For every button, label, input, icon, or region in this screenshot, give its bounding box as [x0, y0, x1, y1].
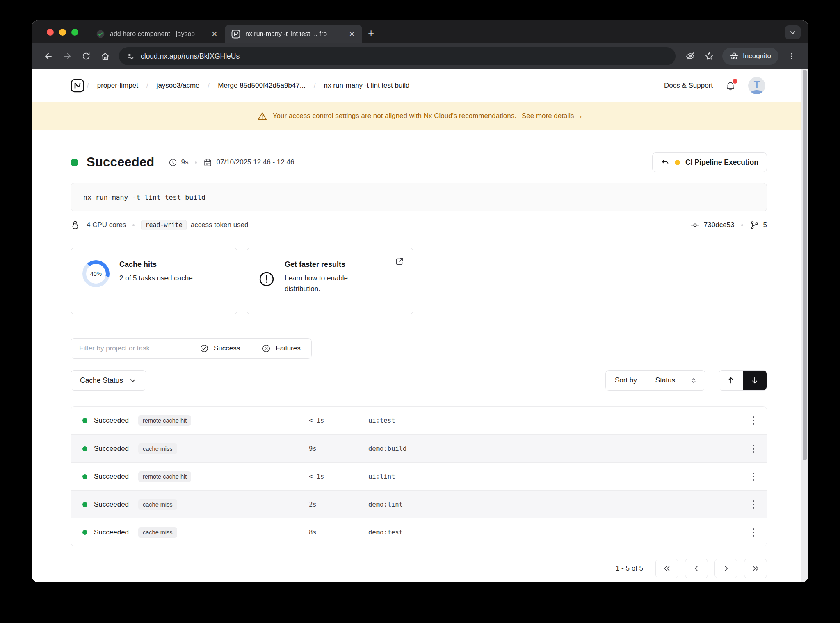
scrollbar-thumb[interactable]	[803, 70, 807, 460]
bookmark-star-icon[interactable]	[701, 48, 717, 64]
row-menu-icon[interactable]	[753, 473, 754, 481]
row-duration: 8s	[309, 529, 368, 536]
avatar[interactable]: T	[748, 77, 765, 94]
filter-failures-button[interactable]: Failures	[251, 339, 311, 358]
sort-select[interactable]: Sort by Status	[605, 370, 705, 391]
forward-icon[interactable]	[59, 48, 75, 64]
row-status-label: Succeeded	[94, 416, 132, 425]
row-task-name[interactable]: demo:build	[368, 445, 740, 452]
tab-list-chevron-button[interactable]	[785, 25, 801, 39]
breadcrumb-separator: /	[146, 82, 148, 90]
new-tab-button[interactable]: +	[368, 27, 374, 39]
screenshot: add hero component · jaysoo ✕ nx run-man…	[0, 0, 840, 623]
table-row[interactable]: Succeeded remote cache hit < 1s ui:test	[71, 407, 767, 434]
address-bar[interactable]: cloud.nx.app/runs/BkIXGHleUs	[119, 47, 676, 65]
external-link-icon[interactable]	[395, 257, 404, 266]
cache-donut: 40%	[82, 260, 110, 287]
close-icon[interactable]: ✕	[210, 30, 219, 39]
browser-toolbar: cloud.nx.app/runs/BkIXGHleUs Incognito	[32, 43, 808, 69]
breadcrumb-repo[interactable]: jaysoo3/acme	[157, 82, 200, 90]
banner-details-link[interactable]: See more details →	[522, 112, 583, 120]
row-menu-icon[interactable]	[753, 445, 754, 453]
run-meta: 9s 07/10/2025 12:46 - 12:46	[169, 158, 294, 167]
site-settings-icon[interactable]	[126, 52, 135, 61]
nx-cloud-logo-icon[interactable]	[71, 79, 84, 93]
cache-percent: 40%	[86, 264, 106, 284]
run-duration: 9s	[181, 158, 189, 166]
row-task-name[interactable]: ui:lint	[368, 473, 740, 480]
row-task-name[interactable]: demo:test	[368, 529, 740, 536]
filter-input[interactable]	[71, 339, 189, 358]
docs-support-link[interactable]: Docs & Support	[664, 82, 713, 90]
row-menu-icon[interactable]	[753, 500, 754, 509]
page-content: / proper-limpet / jaysoo3/acme / Merge 8…	[32, 69, 808, 582]
row-menu-icon[interactable]	[753, 528, 754, 537]
last-page-button[interactable]	[744, 559, 767, 578]
breadcrumb-commit[interactable]: Merge 85d500f42d5a9b47...	[218, 82, 306, 90]
run-details: Succeeded 9s 07/10/2025 12:46 - 12:46	[32, 152, 808, 578]
row-task-name[interactable]: ui:test	[368, 417, 740, 424]
close-icon[interactable]: ✕	[347, 30, 356, 39]
linux-penguin-icon	[71, 221, 80, 230]
commit-branch-info: 730dce53 5	[690, 221, 767, 230]
next-page-button[interactable]	[714, 559, 737, 578]
row-status-label: Succeeded	[94, 445, 132, 453]
tab-pull-request[interactable]: add hero component · jaysoo ✕	[89, 25, 225, 43]
table-row[interactable]: Succeeded cache miss 8s demo:test	[71, 518, 767, 546]
breadcrumb-run[interactable]: nx run-many -t lint test build	[324, 82, 410, 90]
row-task-name[interactable]: demo:lint	[368, 501, 740, 508]
notification-dot	[733, 79, 737, 84]
faster-card-title: Get faster results	[285, 260, 379, 269]
browser-menu-icon[interactable]	[783, 48, 800, 64]
incognito-badge: Incognito	[722, 48, 778, 65]
previous-page-button[interactable]	[685, 559, 708, 578]
browser-tab-bar: add hero component · jaysoo ✕ nx run-man…	[32, 20, 808, 43]
filter-group: Success Failures	[71, 338, 312, 359]
table-row[interactable]: Succeeded remote cache hit < 1s ui:lint	[71, 462, 767, 490]
faster-results-card[interactable]: Get faster results Learn how to enable d…	[247, 248, 413, 314]
table-row[interactable]: Succeeded cache miss 9s demo:build	[71, 434, 767, 462]
access-token-badge: read-write	[141, 220, 186, 230]
avatar-body-shape	[749, 90, 764, 94]
calendar-icon	[203, 158, 212, 167]
back-icon[interactable]	[40, 48, 57, 64]
pagination-label: 1 - 5 of 5	[616, 564, 643, 573]
sort-value[interactable]: Status	[646, 371, 705, 390]
table-row[interactable]: Succeeded cache miss 2s demo:lint	[71, 490, 767, 518]
table-controls-row: Cache Status Sort by Status	[71, 370, 767, 391]
home-icon[interactable]	[97, 48, 113, 64]
chevron-up-down-icon	[690, 377, 698, 384]
url-text[interactable]: cloud.nx.app/runs/BkIXGHleUs	[141, 52, 240, 61]
commit-sha[interactable]: 730dce53	[704, 221, 735, 229]
close-window-button[interactable]	[47, 29, 54, 36]
notifications-bell-icon[interactable]	[725, 80, 736, 91]
breadcrumb-workspace[interactable]: proper-limpet	[97, 82, 138, 90]
ci-pipeline-execution-button[interactable]: CI Pipeline Execution	[652, 152, 767, 172]
dot-separator	[195, 161, 197, 164]
filter-success-label: Success	[214, 344, 240, 352]
first-page-button[interactable]	[655, 559, 678, 578]
pipeline-button-label: CI Pipeline Execution	[685, 158, 758, 167]
breadcrumb: / proper-limpet / jaysoo3/acme / Merge 8…	[87, 82, 409, 90]
run-date-range: 07/10/2025 12:46 - 12:46	[216, 158, 294, 166]
cache-hits-card: 40% Cache hits 2 of 5 tasks used cache.	[71, 248, 237, 314]
row-menu-icon[interactable]	[753, 416, 754, 425]
reload-icon[interactable]	[78, 48, 94, 64]
branch-count[interactable]: 5	[763, 221, 767, 229]
browser-window: add hero component · jaysoo ✕ nx run-man…	[32, 20, 808, 582]
filter-success-button[interactable]: Success	[189, 339, 251, 358]
row-status-dot	[82, 418, 87, 423]
eye-off-icon[interactable]	[682, 48, 698, 64]
cache-status-dropdown[interactable]: Cache Status	[71, 370, 146, 391]
maximize-window-button[interactable]	[71, 29, 78, 36]
tab-nx-run[interactable]: nx run-many -t lint test ... fro ✕	[225, 25, 362, 43]
scrollbar[interactable]	[801, 69, 808, 582]
task-table: Succeeded remote cache hit < 1s ui:test …	[71, 406, 767, 546]
minimize-window-button[interactable]	[59, 29, 66, 36]
row-status-dot	[82, 502, 87, 507]
dot-separator	[132, 224, 135, 226]
tab-title: add hero component · jaysoo	[110, 30, 205, 38]
sort-ascending-button[interactable]	[719, 371, 743, 390]
run-command: nx run-many -t lint test build	[71, 183, 767, 211]
sort-descending-button[interactable]	[743, 371, 767, 390]
